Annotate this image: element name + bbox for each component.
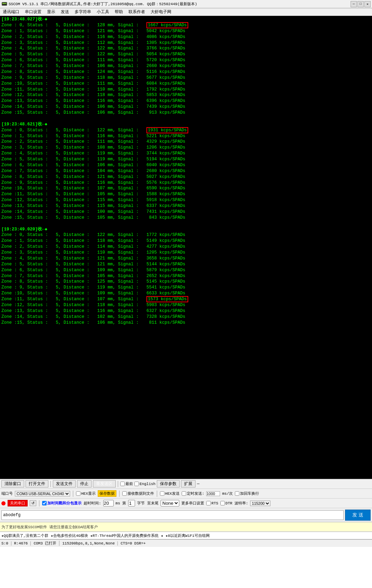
status-port: COM3 已打开	[34, 541, 59, 546]
minimize-button[interactable]: —	[351, 1, 357, 7]
send-file-button[interactable]: 发送文件	[53, 480, 76, 487]
menu-item-display[interactable]: 显示	[46, 9, 57, 15]
save-data-button[interactable]: 保存数据	[98, 490, 116, 497]
hex-send-text: HEX发送	[165, 491, 180, 496]
baud-select[interactable]: 115200	[250, 501, 270, 506]
port-label: 端口号	[1, 491, 13, 496]
menu-item-contact[interactable]: 联系作者	[127, 9, 146, 15]
app-title: SSCOM V5.13.1 串口/网络数据调试工具,作者:大虾丁丁,261805…	[9, 1, 351, 7]
latest-text: 最前	[125, 481, 133, 486]
status-cts: CTS=0 DSR=+	[121, 541, 146, 546]
open-file-button[interactable]: 打开文件	[26, 480, 48, 487]
statusbar: S:0 R:4676 COM3 已打开 115200bps,8,1,None,N…	[0, 539, 372, 547]
hex-send-label: HEX发送	[160, 491, 180, 496]
interval-input[interactable]	[206, 491, 220, 496]
info-bar: 为了更好地发展SSCOM软件 请您注册嘉立创EDA结尾客户	[0, 522, 372, 532]
menu-item-help[interactable]: 帮助	[113, 9, 124, 15]
timed-send-checkbox[interactable]	[182, 491, 186, 496]
rts-checkbox[interactable]	[206, 501, 211, 505]
carriage-text: 加回车换行	[240, 491, 259, 496]
toolbar-row-3: 关闭串口 ↺ 加时间戳和分包显示 超时时间: ms 第 字节 至末尾 None …	[0, 499, 372, 508]
byte-num-input[interactable]	[128, 500, 135, 506]
menu-item-tools[interactable]: 小工具	[95, 9, 111, 15]
rts-text: RTS	[211, 501, 218, 505]
separator-3	[73, 491, 73, 497]
separator-5	[157, 491, 157, 497]
status-s: S:0	[1, 541, 11, 546]
more-ports-label: 更多串口设置	[181, 501, 204, 506]
dtr-text: DTR	[226, 501, 232, 505]
send-area: 发 送	[0, 508, 372, 522]
send-input[interactable]	[1, 510, 344, 520]
timestamp-label: 加时间戳和分包显示	[42, 501, 82, 506]
expand-dash: —	[197, 482, 199, 486]
hex-display-checkbox[interactable]	[76, 491, 80, 496]
separator-2	[118, 481, 118, 487]
timestamp-checkbox[interactable]	[42, 501, 47, 505]
baud-label: 波特率:	[235, 501, 248, 506]
clear-window-button[interactable]: 清除窗口	[1, 480, 24, 487]
menu-item-portconfig[interactable]: 串口设置	[23, 9, 43, 15]
rts-label: RTS	[206, 501, 218, 505]
app-icon: 📟	[1, 1, 7, 7]
checksum-select[interactable]: None	[161, 500, 179, 506]
hex-display-label: HEX显示	[76, 491, 96, 496]
separator-4	[119, 491, 120, 497]
timed-send-text: 定时发送:	[187, 491, 204, 496]
latest-label: 最前	[120, 481, 133, 486]
timeout-unit: ms 第	[116, 501, 126, 506]
timestamp-text: 加时间戳和分包显示	[47, 501, 82, 506]
byte-label: 字节 至末尾	[137, 501, 159, 506]
menubar: 通讯端口 串口设置 显示 发送 多字符串 小工具 帮助 联系作者 大虾电子网	[0, 8, 372, 16]
separator-1	[50, 481, 51, 487]
port-status-dot	[1, 501, 6, 505]
titlebar: 📟 SSCOM V5.13.1 串口/网络数据调试工具,作者:大虾丁丁,2618…	[0, 0, 372, 8]
hex-display-text: HEX显示	[81, 491, 96, 496]
send-area-button[interactable]: 青发送区	[93, 480, 116, 487]
close-button[interactable]: ✕	[364, 1, 371, 7]
timeout-input[interactable]	[103, 500, 114, 506]
toolbar-row-1: 清除窗口 打开文件 发送文件 停止 青发送区 最前 English 保存参数 扩…	[0, 479, 372, 489]
interval-unit: ms/次	[222, 491, 233, 496]
dtr-checkbox[interactable]	[220, 501, 225, 505]
send-button[interactable]: 发 送	[345, 510, 371, 521]
english-text: English	[140, 482, 155, 486]
recv-to-file-checkbox[interactable]	[122, 491, 127, 496]
menu-item-send[interactable]: 发送	[59, 9, 70, 15]
separator-6	[39, 500, 39, 506]
info-text: 为了更好地发展SSCOM软件 请您注册嘉立创EDA结尾客户	[1, 524, 98, 530]
toolbar-row-2: 端口号 COM3 USB-SERIAL CH340 HEX显示 保存数据 接收数…	[0, 489, 372, 499]
stop-button[interactable]: 停止	[77, 480, 92, 487]
port-select[interactable]: COM3 USB-SERIAL CH340	[15, 491, 70, 496]
serial-output: [19:23:48.027]收←◆ Zone : 0, Status : 5, …	[0, 16, 372, 479]
carriage-label: 加回车换行	[235, 491, 259, 496]
dtr-label: DTR	[220, 501, 232, 505]
restore-button[interactable]: □	[357, 1, 364, 7]
promo-bar: ★QQ群满员了,没有第二个群 ★合电多性价比4G模块 ★RT-Thread中国人…	[0, 532, 372, 539]
refresh-button[interactable]: ↺	[30, 500, 36, 506]
more-ports-text[interactable]: 更多串口设置	[181, 501, 204, 506]
recv-to-file-text: 接收数据到文件	[127, 491, 154, 496]
bottom-panel: 清除窗口 打开文件 发送文件 停止 青发送区 最前 English 保存参数 扩…	[0, 479, 372, 539]
expand-button[interactable]: 扩展	[181, 480, 195, 487]
hex-send-checkbox[interactable]	[160, 491, 164, 496]
timeout-label: 超时时间:	[84, 501, 101, 506]
timed-send-label: 定时发送:	[182, 491, 204, 496]
menu-item-multistring[interactable]: 多字符串	[73, 9, 93, 15]
close-port-button[interactable]: 关闭串口	[8, 500, 28, 506]
status-baud: 115200bps,8,1,None,None	[62, 541, 118, 546]
english-checkbox[interactable]	[134, 482, 139, 486]
carriage-checkbox[interactable]	[235, 491, 239, 496]
window-controls: — □ ✕	[351, 1, 371, 7]
menu-item-website[interactable]: 大虾电子网	[149, 9, 173, 15]
promo-text: ★QQ群满员了,没有第二个群 ★合电多性价比4G模块 ★RT-Thread中国人…	[1, 533, 210, 538]
english-label: English	[134, 482, 155, 486]
menu-item-comport[interactable]: 通讯端口	[1, 9, 21, 15]
save-params-button[interactable]: 保存参数	[157, 480, 180, 487]
recv-to-file-label: 接收数据到文件	[122, 491, 154, 496]
latest-checkbox[interactable]	[120, 482, 125, 486]
status-r: R:4676	[14, 541, 31, 546]
